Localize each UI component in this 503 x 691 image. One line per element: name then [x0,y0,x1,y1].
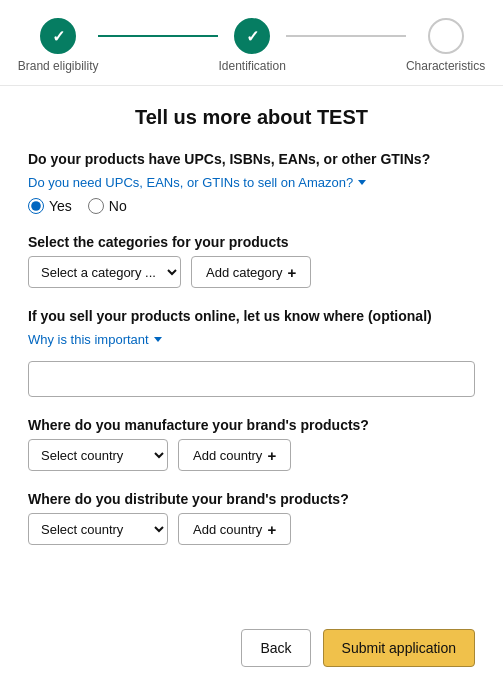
submit-button[interactable]: Submit application [323,629,475,667]
connector-2 [286,35,406,37]
add-category-plus-icon: + [288,264,297,281]
radio-no-text: No [109,198,127,214]
add-manufacture-plus-icon: + [267,447,276,464]
distribute-select-row: Select country Add country + [28,513,475,545]
gtins-radio-group: Yes No [28,198,475,214]
section-gtins: Do your products have UPCs, ISBNs, EANs,… [28,151,475,214]
distribute-question: Where do you distribute your brand's pro… [28,491,475,507]
step-circle-1: ✓ [40,18,76,54]
category-select[interactable]: Select a category ... [28,256,181,288]
footer: Back Submit application [0,613,503,691]
add-category-label: Add category [206,265,283,280]
connector-1 [98,35,218,37]
back-button[interactable]: Back [241,629,310,667]
online-link-text: Why is this important [28,332,149,347]
gtins-link[interactable]: Do you need UPCs, EANs, or GTINs to sell… [28,175,366,190]
step-circle-3 [428,18,464,54]
categories-question: Select the categories for your products [28,234,475,250]
add-category-button[interactable]: Add category + [191,256,311,288]
online-input[interactable] [28,361,475,397]
step-identification: ✓ Identification [218,18,285,73]
online-question: If you sell your products online, let us… [28,308,475,324]
check-icon-2: ✓ [246,27,259,46]
add-distribute-country-label: Add country [193,522,262,537]
check-icon-1: ✓ [52,27,65,46]
radio-yes[interactable] [28,198,44,214]
section-categories: Select the categories for your products … [28,234,475,288]
stepper: ✓ Brand eligibility ✓ Identification Cha… [0,0,503,86]
main-content: Tell us more about TEST Do your products… [0,86,503,613]
step-label-3: Characteristics [406,59,485,73]
page-title: Tell us more about TEST [28,106,475,129]
distribute-country-select[interactable]: Select country [28,513,168,545]
manufacture-question: Where do you manufacture your brand's pr… [28,417,475,433]
radio-no[interactable] [88,198,104,214]
radio-yes-label[interactable]: Yes [28,198,72,214]
categories-select-row: Select a category ... Add category + [28,256,475,288]
online-chevron-icon [154,337,162,342]
step-brand-eligibility: ✓ Brand eligibility [18,18,99,73]
page-wrapper: ✓ Brand eligibility ✓ Identification Cha… [0,0,503,691]
add-distribute-country-button[interactable]: Add country + [178,513,291,545]
section-distribute: Where do you distribute your brand's pro… [28,491,475,545]
add-distribute-plus-icon: + [267,521,276,538]
step-circle-2: ✓ [234,18,270,54]
manufacture-select-row: Select country Add country + [28,439,475,471]
step-label-2: Identification [218,59,285,73]
section-manufacture: Where do you manufacture your brand's pr… [28,417,475,471]
online-link[interactable]: Why is this important [28,332,162,347]
step-characteristics: Characteristics [406,18,485,73]
add-manufacture-country-button[interactable]: Add country + [178,439,291,471]
manufacture-country-select[interactable]: Select country [28,439,168,471]
section-online: If you sell your products online, let us… [28,308,475,397]
radio-yes-text: Yes [49,198,72,214]
step-label-1: Brand eligibility [18,59,99,73]
gtins-link-text: Do you need UPCs, EANs, or GTINs to sell… [28,175,353,190]
gtins-question: Do your products have UPCs, ISBNs, EANs,… [28,151,475,167]
radio-no-label[interactable]: No [88,198,127,214]
add-manufacture-country-label: Add country [193,448,262,463]
gtins-chevron-icon [358,180,366,185]
